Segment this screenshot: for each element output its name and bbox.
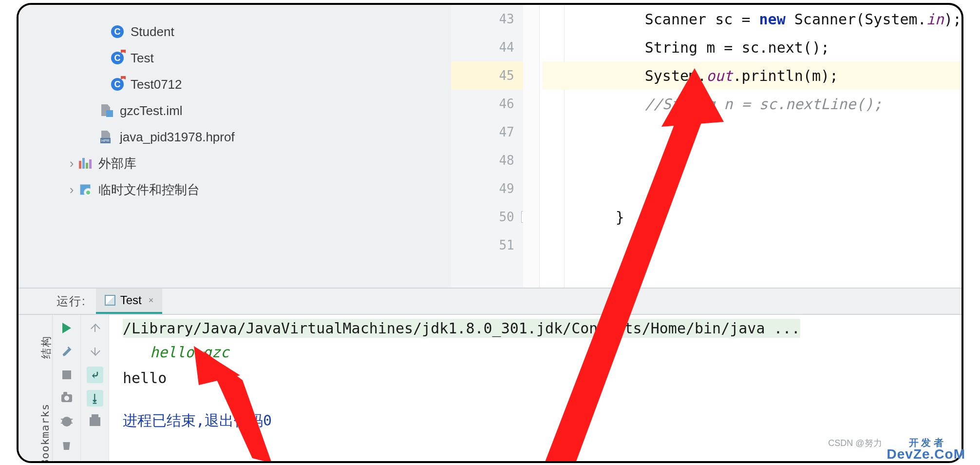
tree-label: 临时文件和控制台 (98, 181, 200, 198)
editor-gutter[interactable]: 434445464748495051 (451, 5, 523, 288)
stop-icon (62, 370, 71, 379)
hprof-file-icon (100, 131, 113, 143)
rerun-button[interactable] (58, 320, 75, 336)
watermark-brand-top: 开 发 者 (909, 438, 943, 447)
console-stdout: hello (123, 369, 961, 387)
close-icon[interactable]: × (149, 295, 154, 306)
run-toolwindow-body: 结构 Bookmarks ⤶ ⭳ /Library/Java/JavaVirtu… (19, 315, 961, 461)
console-stdin: hello gzc (123, 344, 961, 361)
trash-icon (62, 440, 71, 450)
tree-item-test0712[interactable]: C Test0712 (19, 71, 451, 97)
chevron-right-icon: › (67, 156, 76, 171)
run-toolwindow-header: 运行: Test × (19, 288, 961, 315)
debug-button[interactable] (58, 413, 75, 430)
line-number[interactable]: 50 (451, 203, 523, 231)
wrench-icon (62, 347, 72, 356)
watermark-brand-bottom: DevZe.CoM (887, 447, 965, 461)
tree-item-student[interactable]: C Student (19, 19, 451, 45)
run-label: 运行: (19, 293, 96, 309)
iml-file-icon (100, 104, 113, 117)
chevron-right-icon: › (67, 182, 76, 197)
line-number[interactable]: 45 (451, 61, 523, 90)
line-number[interactable]: 47 (451, 118, 523, 146)
code-line[interactable]: } (543, 203, 961, 231)
class-runnable-icon: C (111, 78, 124, 91)
watermark: CSDN @努力 开 发 者 DevZe.CoM (828, 437, 965, 461)
top-split: C Student C Test C Test0712 gzcTest.iml (19, 5, 961, 288)
tree-label: Test0712 (131, 77, 182, 92)
run-actions-col-1 (53, 315, 81, 461)
line-number[interactable]: 51 (451, 231, 523, 259)
code-line[interactable] (543, 174, 961, 203)
tree-label: gzcTest.iml (120, 103, 183, 118)
tree-item-test[interactable]: C Test (19, 45, 451, 71)
dump-threads-button[interactable] (58, 390, 75, 407)
tree-item-hprof[interactable]: java_pid31978.hprof (19, 124, 451, 150)
line-number[interactable]: 44 (451, 33, 523, 61)
stop-button[interactable] (58, 367, 75, 383)
print-button[interactable] (87, 413, 103, 430)
code-line[interactable]: Scanner sc = new Scanner(System.in); (543, 5, 961, 33)
soft-wrap-icon: ⤶ (91, 369, 99, 381)
line-number[interactable]: 48 (451, 146, 523, 174)
play-icon (62, 323, 71, 333)
tree-item-external-libs[interactable]: › 外部库 (19, 150, 451, 176)
code-line[interactable] (543, 118, 961, 146)
run-tab-test[interactable]: Test × (96, 289, 163, 314)
tree-label: java_pid31978.hprof (120, 130, 235, 145)
wrench-button[interactable] (58, 343, 75, 360)
printer-icon (90, 417, 100, 426)
project-tree-panel[interactable]: C Student C Test C Test0712 gzcTest.iml (19, 5, 451, 288)
code-editor[interactable]: 434445464748495051 Scanner sc = new Scan… (451, 5, 961, 288)
code-line[interactable] (543, 146, 961, 174)
class-runnable-icon: C (111, 52, 124, 64)
run-config-icon (105, 295, 115, 306)
tree-list: C Student C Test C Test0712 gzcTest.iml (19, 5, 451, 203)
tree-item-iml[interactable]: gzcTest.iml (19, 97, 451, 124)
soft-wrap-button[interactable]: ⤶ (87, 367, 103, 383)
scroll-to-end-button[interactable]: ⭳ (87, 390, 103, 407)
scratch-icon (79, 183, 92, 196)
code-line[interactable] (543, 231, 961, 259)
camera-icon (61, 394, 72, 402)
run-tab-label: Test (120, 293, 142, 307)
tree-item-scratches[interactable]: › 临时文件和控制台 (19, 176, 451, 203)
run-actions-col-2: ⤶ ⭳ (81, 315, 109, 461)
bookmarks-tool-button[interactable]: Bookmarks (39, 404, 51, 463)
bug-icon (62, 417, 72, 426)
line-number[interactable]: 46 (451, 90, 523, 118)
code-line[interactable]: //String n = sc.nextLine(); (543, 90, 961, 118)
left-toolwindow-stripe[interactable]: 结构 Bookmarks (19, 315, 53, 461)
console-command-line: /Library/Java/JavaVirtualMachines/jdk1.8… (123, 319, 800, 338)
line-number[interactable]: 43 (451, 5, 523, 33)
console-exit-message: 进程已结束,退出代码0 (123, 411, 961, 431)
arrow-up-icon (91, 324, 99, 332)
code-line[interactable]: System.out.println(m); (543, 61, 961, 90)
code-area[interactable]: Scanner sc = new Scanner(System.in);Stri… (523, 5, 961, 288)
up-stack-button[interactable] (87, 320, 103, 336)
tree-label: Student (131, 24, 174, 39)
structure-tool-button[interactable]: 结构 (39, 335, 54, 359)
tree-label: 外部库 (98, 155, 136, 172)
watermark-csdn: CSDN @努力 (828, 437, 882, 449)
line-number[interactable]: 49 (451, 174, 523, 203)
trash-button[interactable] (58, 437, 75, 453)
class-icon: C (111, 25, 124, 38)
arrow-down-icon (91, 348, 99, 355)
library-icon (79, 158, 92, 169)
code-line[interactable]: String m = sc.next(); (543, 33, 961, 61)
tree-label: Test (131, 51, 154, 66)
ide-window: C Student C Test C Test0712 gzcTest.iml (17, 3, 963, 463)
down-stack-button[interactable] (87, 343, 103, 360)
scroll-end-icon: ⭳ (90, 392, 100, 405)
